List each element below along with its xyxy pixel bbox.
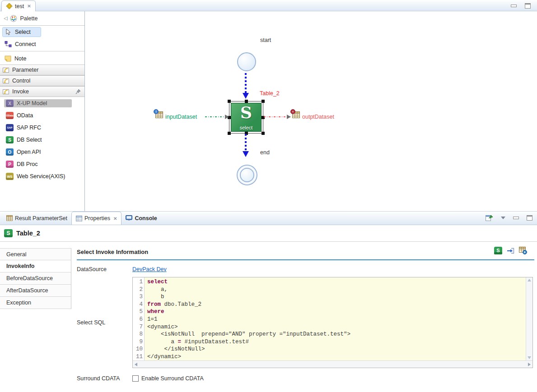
palette-item-web-service-axis[interactable]: WSWeb Service(AXIS) — [0, 171, 84, 182]
arrowhead-right-icon — [225, 115, 229, 119]
input-dataset-icon[interactable]: ! — [155, 111, 165, 120]
side-tab-invokeinfo[interactable]: InvokeInfo — [0, 260, 71, 272]
sql-line-number: 8 — [133, 331, 143, 338]
palette-item-sap-rfc[interactable]: SAPSAP RFC — [0, 122, 84, 134]
console-icon — [126, 215, 132, 221]
collapse-palette-icon[interactable]: ◁ — [4, 15, 7, 21]
side-tab-afterdatasource[interactable]: AfterDataSource — [0, 285, 71, 297]
vertical-scrollbar[interactable] — [526, 277, 532, 360]
horizontal-scrollbar[interactable] — [133, 360, 532, 368]
editor-tab-label: test — [15, 3, 24, 9]
palette-section-parameter[interactable]: Parameter — [0, 65, 84, 75]
side-tab-exception[interactable]: Exception — [0, 297, 71, 309]
resize-handle[interactable] — [228, 132, 231, 135]
editor-tab-test[interactable]: test ✕ — [1, 0, 36, 11]
palette-section-invoke[interactable]: Invoke — [0, 86, 84, 97]
arrowhead-down-icon — [243, 151, 249, 157]
start-node-label: start — [260, 37, 271, 43]
minimize-view-icon[interactable] — [513, 217, 519, 219]
sql-code-line: where — [147, 308, 526, 316]
scroll-up-icon[interactable] — [528, 279, 531, 281]
sql-code-line: a, — [147, 286, 526, 294]
sap-rfc-icon: SAP — [6, 124, 14, 131]
sql-line-number: 4 — [133, 301, 143, 309]
editor-tabbar: test ✕ — [0, 0, 537, 11]
output-dataset-icon[interactable] — [292, 111, 302, 120]
flow-connector-node-to-end[interactable] — [243, 134, 249, 157]
node-name-label: Table_2 — [260, 90, 280, 97]
datasource-link[interactable]: DevPack Dev — [132, 266, 167, 272]
palette-item-db-proc[interactable]: PDB Proc — [0, 158, 84, 170]
run-table-icon[interactable] — [519, 247, 527, 254]
enable-cdata-checkbox[interactable] — [132, 375, 139, 382]
db-select-node-caption: select — [240, 125, 253, 130]
side-tab-beforedatasource[interactable]: BeforeDataSource — [0, 272, 71, 285]
sql-code-line: b — [147, 293, 526, 301]
sql-code[interactable]: select a, bfrom dbo.Table_2where1=1<dyna… — [145, 277, 526, 360]
palette-item-odata[interactable]: ODataOData — [0, 110, 84, 121]
surround-cdata-label: Surround CDATA — [77, 375, 132, 382]
palette-tool-label: Note — [14, 55, 26, 62]
tab-label: Properties — [84, 215, 110, 221]
db-select-node[interactable]: S select — [231, 103, 261, 132]
palette-tool-connect[interactable]: Connect — [0, 38, 84, 50]
minimize-icon[interactable] — [511, 5, 517, 7]
resize-handle[interactable] — [261, 100, 265, 103]
resize-handle[interactable] — [245, 100, 248, 103]
close-view-icon[interactable]: ✕ — [113, 216, 117, 221]
start-node[interactable] — [237, 52, 256, 71]
import-datasource-icon[interactable] — [507, 247, 514, 254]
sql-editor[interactable]: 1234567891011 select a, bfrom dbo.Table_… — [132, 277, 533, 368]
table-icon — [6, 215, 13, 221]
palette-item-x-up-model[interactable]: XX-UP Model — [0, 97, 84, 109]
palette-item-label: DB Select — [17, 137, 42, 143]
input-dataset-label: inputDataset — [165, 114, 197, 120]
palette-item-open-api[interactable]: OOpen API — [0, 146, 84, 158]
close-tab-icon[interactable]: ✕ — [27, 4, 31, 9]
open-api-icon: O — [6, 148, 14, 156]
scroll-right-icon[interactable] — [528, 363, 531, 366]
maximize-icon[interactable] — [525, 3, 531, 9]
resize-handle[interactable] — [261, 132, 265, 135]
palette-item-db-select[interactable]: SDB Select — [0, 134, 84, 146]
section-label: Parameter — [12, 67, 38, 73]
web-service-axis-icon: WS — [6, 173, 14, 180]
tab-console[interactable]: Console — [121, 212, 161, 225]
output-connector[interactable] — [264, 115, 291, 119]
drawer-icon — [2, 67, 9, 74]
cursor-icon — [5, 28, 12, 36]
input-connector[interactable] — [205, 115, 229, 119]
tab-properties[interactable]: Properties ✕ — [71, 212, 121, 225]
application-window: test ✕ ◁ Palette — [0, 0, 537, 392]
palette-item-label: SAP RFC — [17, 125, 41, 131]
output-dataset-label: outptDataset — [302, 114, 334, 120]
diagram-canvas[interactable]: start Table_2 S — [85, 11, 537, 211]
sql-code-line: select — [147, 278, 526, 286]
palette-tool-select[interactable]: Select — [0, 26, 84, 38]
flow-connector-start-to-node[interactable] — [243, 73, 249, 99]
palette-section-control[interactable]: Control — [0, 75, 84, 86]
sql-line-number: 2 — [133, 286, 143, 294]
scroll-down-icon[interactable] — [528, 356, 531, 359]
resize-handle[interactable] — [228, 100, 231, 103]
view-menu-icon[interactable] — [501, 217, 505, 219]
palette-invoke-items: XX-UP ModelODataODataSAPSAP RFCSDB Selec… — [0, 97, 84, 182]
palette-title: Palette — [20, 15, 37, 22]
sql-line-number: 10 — [133, 346, 143, 353]
pin-editor-icon[interactable] — [486, 214, 493, 221]
scroll-left-icon[interactable] — [135, 363, 137, 366]
palette-tool-label: Connect — [15, 41, 36, 47]
side-tab-general[interactable]: General — [0, 248, 71, 260]
pin-icon[interactable] — [75, 89, 81, 94]
sql-line-number: 1 — [133, 278, 143, 286]
palette-item-label: Open API — [17, 149, 41, 155]
drag-highlight-overlay — [4, 99, 72, 107]
tab-label: Result ParameterSet — [15, 215, 67, 221]
maximize-view-icon[interactable] — [527, 215, 532, 221]
palette-panel: ◁ Palette Select — [0, 11, 85, 211]
section-label: Invoke — [12, 88, 29, 95]
tab-result-parameterset[interactable]: Result ParameterSet — [2, 212, 71, 225]
sql-line-number: 6 — [133, 316, 143, 323]
palette-tool-note[interactable]: Note — [0, 52, 84, 65]
db-select-icon: S — [6, 136, 14, 143]
